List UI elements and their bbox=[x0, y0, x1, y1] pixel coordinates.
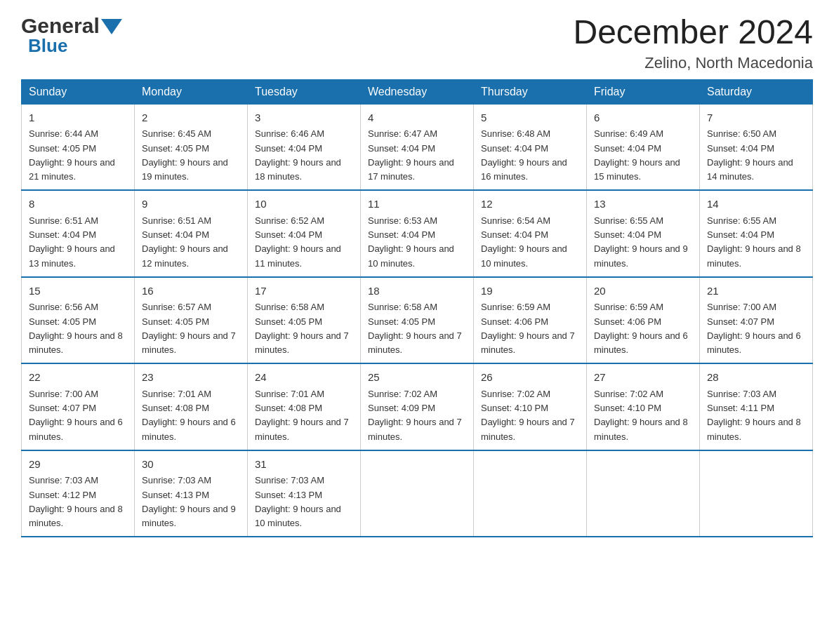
day-number: 3 bbox=[255, 110, 353, 126]
day-number: 18 bbox=[368, 283, 466, 300]
day-number: 4 bbox=[368, 110, 466, 126]
table-row: 23 Sunrise: 7:01 AMSunset: 4:08 PMDaylig… bbox=[135, 363, 248, 450]
table-row: 1 Sunrise: 6:44 AMSunset: 4:05 PMDayligh… bbox=[22, 104, 135, 190]
table-row: 28 Sunrise: 7:03 AMSunset: 4:11 PMDaylig… bbox=[700, 363, 813, 450]
day-info: Sunrise: 6:55 AMSunset: 4:04 PMDaylight:… bbox=[707, 215, 801, 269]
table-row: 19 Sunrise: 6:59 AMSunset: 4:06 PMDaylig… bbox=[474, 277, 587, 364]
day-number: 27 bbox=[594, 370, 692, 386]
day-info: Sunrise: 6:51 AMSunset: 4:04 PMDaylight:… bbox=[29, 215, 115, 269]
day-number: 19 bbox=[481, 283, 579, 300]
calendar-week-row: 29 Sunrise: 7:03 AMSunset: 4:12 PMDaylig… bbox=[22, 450, 813, 537]
table-row: 24 Sunrise: 7:01 AMSunset: 4:08 PMDaylig… bbox=[248, 363, 361, 450]
table-row: 10 Sunrise: 6:52 AMSunset: 4:04 PMDaylig… bbox=[248, 190, 361, 277]
table-row: 18 Sunrise: 6:58 AMSunset: 4:05 PMDaylig… bbox=[361, 277, 474, 364]
day-info: Sunrise: 6:47 AMSunset: 4:04 PMDaylight:… bbox=[368, 128, 454, 182]
day-info: Sunrise: 7:03 AMSunset: 4:11 PMDaylight:… bbox=[707, 389, 801, 442]
table-row: 15 Sunrise: 6:56 AMSunset: 4:05 PMDaylig… bbox=[22, 277, 135, 364]
day-info: Sunrise: 6:44 AMSunset: 4:05 PMDaylight:… bbox=[29, 128, 115, 182]
header-friday: Friday bbox=[587, 79, 700, 104]
table-row: 8 Sunrise: 6:51 AMSunset: 4:04 PMDayligh… bbox=[22, 190, 135, 277]
day-number: 12 bbox=[481, 196, 579, 213]
day-number: 7 bbox=[707, 110, 805, 126]
table-row: 2 Sunrise: 6:45 AMSunset: 4:05 PMDayligh… bbox=[135, 104, 248, 190]
table-row: 4 Sunrise: 6:47 AMSunset: 4:04 PMDayligh… bbox=[361, 104, 474, 190]
location: Zelino, North Macedonia bbox=[573, 54, 813, 72]
day-info: Sunrise: 7:02 AMSunset: 4:09 PMDaylight:… bbox=[368, 389, 462, 442]
table-row: 9 Sunrise: 6:51 AMSunset: 4:04 PMDayligh… bbox=[135, 190, 248, 277]
table-row: 11 Sunrise: 6:53 AMSunset: 4:04 PMDaylig… bbox=[361, 190, 474, 277]
table-row: 5 Sunrise: 6:48 AMSunset: 4:04 PMDayligh… bbox=[474, 104, 587, 190]
header-monday: Monday bbox=[135, 79, 248, 104]
day-info: Sunrise: 6:59 AMSunset: 4:06 PMDaylight:… bbox=[481, 302, 575, 355]
day-number: 11 bbox=[368, 196, 466, 213]
day-number: 16 bbox=[142, 283, 240, 300]
day-info: Sunrise: 6:51 AMSunset: 4:04 PMDaylight:… bbox=[142, 215, 228, 269]
day-info: Sunrise: 6:59 AMSunset: 4:06 PMDaylight:… bbox=[594, 302, 688, 355]
day-number: 29 bbox=[29, 457, 127, 473]
table-row: 27 Sunrise: 7:02 AMSunset: 4:10 PMDaylig… bbox=[587, 363, 700, 450]
day-number: 24 bbox=[255, 370, 353, 386]
table-row: 7 Sunrise: 6:50 AMSunset: 4:04 PMDayligh… bbox=[700, 104, 813, 190]
day-number: 1 bbox=[29, 110, 127, 126]
header-wednesday: Wednesday bbox=[361, 79, 474, 104]
table-row: 14 Sunrise: 6:55 AMSunset: 4:04 PMDaylig… bbox=[700, 190, 813, 277]
day-info: Sunrise: 6:58 AMSunset: 4:05 PMDaylight:… bbox=[368, 302, 462, 355]
table-row: 25 Sunrise: 7:02 AMSunset: 4:09 PMDaylig… bbox=[361, 363, 474, 450]
month-title: December 2024 bbox=[573, 14, 813, 51]
day-info: Sunrise: 7:02 AMSunset: 4:10 PMDaylight:… bbox=[594, 389, 688, 442]
day-info: Sunrise: 6:49 AMSunset: 4:04 PMDaylight:… bbox=[594, 128, 680, 182]
page-header: General Blue December 2024 Zelino, North… bbox=[21, 14, 813, 72]
calendar-table: Sunday Monday Tuesday Wednesday Thursday… bbox=[21, 79, 813, 538]
calendar-week-row: 8 Sunrise: 6:51 AMSunset: 4:04 PMDayligh… bbox=[22, 190, 813, 277]
day-info: Sunrise: 7:00 AMSunset: 4:07 PMDaylight:… bbox=[29, 389, 123, 442]
calendar-week-row: 15 Sunrise: 6:56 AMSunset: 4:05 PMDaylig… bbox=[22, 277, 813, 364]
table-row: 30 Sunrise: 7:03 AMSunset: 4:13 PMDaylig… bbox=[135, 450, 248, 537]
day-info: Sunrise: 7:03 AMSunset: 4:13 PMDaylight:… bbox=[142, 475, 236, 528]
day-number: 25 bbox=[368, 370, 466, 386]
calendar-header-row: Sunday Monday Tuesday Wednesday Thursday… bbox=[22, 79, 813, 104]
day-number: 22 bbox=[29, 370, 127, 386]
table-row bbox=[361, 450, 474, 537]
logo-triangle-icon bbox=[101, 19, 122, 34]
day-number: 28 bbox=[707, 370, 805, 386]
table-row: 17 Sunrise: 6:58 AMSunset: 4:05 PMDaylig… bbox=[248, 277, 361, 364]
table-row bbox=[700, 450, 813, 537]
day-number: 6 bbox=[594, 110, 692, 126]
day-number: 13 bbox=[594, 196, 692, 213]
day-info: Sunrise: 6:53 AMSunset: 4:04 PMDaylight:… bbox=[368, 215, 454, 269]
day-number: 5 bbox=[481, 110, 579, 126]
table-row: 6 Sunrise: 6:49 AMSunset: 4:04 PMDayligh… bbox=[587, 104, 700, 190]
table-row bbox=[587, 450, 700, 537]
table-row bbox=[474, 450, 587, 537]
logo-general-text: General bbox=[21, 14, 100, 38]
table-row: 3 Sunrise: 6:46 AMSunset: 4:04 PMDayligh… bbox=[248, 104, 361, 190]
day-number: 26 bbox=[481, 370, 579, 386]
table-row: 26 Sunrise: 7:02 AMSunset: 4:10 PMDaylig… bbox=[474, 363, 587, 450]
header-sunday: Sunday bbox=[22, 79, 135, 104]
logo: General Blue bbox=[21, 14, 122, 57]
day-info: Sunrise: 6:58 AMSunset: 4:05 PMDaylight:… bbox=[255, 302, 349, 355]
day-number: 9 bbox=[142, 196, 240, 213]
table-row: 21 Sunrise: 7:00 AMSunset: 4:07 PMDaylig… bbox=[700, 277, 813, 364]
day-info: Sunrise: 6:52 AMSunset: 4:04 PMDaylight:… bbox=[255, 215, 341, 269]
calendar-week-row: 1 Sunrise: 6:44 AMSunset: 4:05 PMDayligh… bbox=[22, 104, 813, 190]
day-number: 8 bbox=[29, 196, 127, 213]
day-info: Sunrise: 6:48 AMSunset: 4:04 PMDaylight:… bbox=[481, 128, 567, 182]
day-number: 17 bbox=[255, 283, 353, 300]
day-info: Sunrise: 7:01 AMSunset: 4:08 PMDaylight:… bbox=[255, 389, 349, 442]
day-info: Sunrise: 6:46 AMSunset: 4:04 PMDaylight:… bbox=[255, 128, 341, 182]
day-number: 21 bbox=[707, 283, 805, 300]
table-row: 22 Sunrise: 7:00 AMSunset: 4:07 PMDaylig… bbox=[22, 363, 135, 450]
table-row: 16 Sunrise: 6:57 AMSunset: 4:05 PMDaylig… bbox=[135, 277, 248, 364]
day-info: Sunrise: 6:55 AMSunset: 4:04 PMDaylight:… bbox=[594, 215, 688, 269]
calendar-week-row: 22 Sunrise: 7:00 AMSunset: 4:07 PMDaylig… bbox=[22, 363, 813, 450]
table-row: 13 Sunrise: 6:55 AMSunset: 4:04 PMDaylig… bbox=[587, 190, 700, 277]
day-number: 20 bbox=[594, 283, 692, 300]
day-number: 30 bbox=[142, 457, 240, 473]
svg-marker-0 bbox=[101, 19, 122, 34]
day-info: Sunrise: 6:50 AMSunset: 4:04 PMDaylight:… bbox=[707, 128, 793, 182]
day-info: Sunrise: 6:57 AMSunset: 4:05 PMDaylight:… bbox=[142, 302, 236, 355]
day-number: 31 bbox=[255, 457, 353, 473]
table-row: 20 Sunrise: 6:59 AMSunset: 4:06 PMDaylig… bbox=[587, 277, 700, 364]
day-info: Sunrise: 6:56 AMSunset: 4:05 PMDaylight:… bbox=[29, 302, 123, 355]
